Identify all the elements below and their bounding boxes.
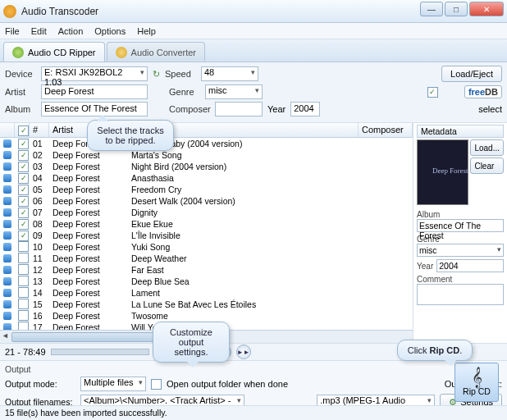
- callout-select-tracks: Select the tracks to be ripped.: [87, 120, 174, 151]
- track-header: ✓ # Artist Title Composer: [0, 123, 413, 138]
- output-header: Output: [5, 364, 502, 374]
- status-bar: 15 file(s) have been imported successful…: [0, 405, 507, 420]
- track-artist: Deep Forest: [49, 242, 128, 252]
- track-artist: Deep Forest: [49, 276, 128, 286]
- track-checkbox[interactable]: [18, 264, 29, 275]
- track-artist: Deep Forest: [49, 162, 128, 171]
- open-folder-checkbox[interactable]: [151, 379, 162, 390]
- track-title: La Lune Se Bat Avec Les Étoiles: [128, 299, 359, 309]
- track-checkbox[interactable]: [18, 322, 29, 331]
- meta-year-field[interactable]: 2004: [436, 259, 504, 272]
- table-row[interactable]: ✓04Deep ForestAnasthasia: [0, 172, 413, 184]
- track-title: Anasthasia: [128, 173, 359, 183]
- genre-select[interactable]: misc: [205, 84, 263, 99]
- load-cover-button[interactable]: Load...: [470, 139, 504, 156]
- track-list: ✓ # Artist Title Composer ✓01Deep Forest…: [0, 123, 413, 343]
- track-checkbox[interactable]: [18, 287, 29, 298]
- track-number: 03: [30, 162, 49, 171]
- menu-edit[interactable]: Edit: [31, 26, 47, 36]
- menu-file[interactable]: File: [5, 26, 20, 36]
- track-number: 12: [30, 265, 49, 275]
- track-title: Night Bird (2004 version): [128, 162, 359, 171]
- refresh-icon[interactable]: [153, 69, 160, 80]
- output-mode-select[interactable]: Multiple files: [80, 377, 146, 391]
- note-icon: [3, 312, 11, 320]
- track-title: Dignity: [128, 208, 359, 217]
- track-checkbox[interactable]: [18, 276, 29, 286]
- track-checkbox[interactable]: ✓: [18, 173, 29, 184]
- freedb-button[interactable]: freeDB: [464, 85, 502, 98]
- track-checkbox[interactable]: ✓: [18, 139, 29, 149]
- track-checkbox[interactable]: [18, 253, 29, 263]
- clear-cover-button[interactable]: Clear: [470, 158, 504, 174]
- track-title: Deep Weather: [128, 253, 359, 263]
- table-row[interactable]: ✓09Deep ForestL'Île Invisible: [0, 230, 413, 241]
- composer-field[interactable]: [215, 102, 263, 116]
- meta-comment-field[interactable]: [417, 284, 504, 305]
- meta-genre-select[interactable]: misc: [417, 244, 504, 257]
- progress-bar[interactable]: [51, 349, 149, 355]
- track-artist: Deep Forest: [49, 231, 128, 240]
- year-field[interactable]: 2004: [290, 102, 320, 116]
- table-row[interactable]: 13Deep ForestDeep Blue Sea: [0, 276, 413, 287]
- track-checkbox[interactable]: ✓: [18, 231, 29, 241]
- track-checkbox[interactable]: ✓: [18, 219, 29, 230]
- table-row[interactable]: ✓03Deep ForestNight Bird (2004 version): [0, 161, 413, 172]
- select-all-checkbox[interactable]: ✓: [18, 126, 29, 136]
- table-row[interactable]: 16Deep ForestTwosome: [0, 310, 413, 322]
- table-row[interactable]: ✓02Deep ForestMarta's Song: [0, 149, 413, 161]
- track-checkbox[interactable]: ✓: [18, 196, 29, 207]
- maximize-button[interactable]: □: [445, 2, 468, 16]
- track-number: 02: [30, 150, 49, 160]
- tab-audio-converter[interactable]: Audio Converter: [107, 42, 206, 62]
- table-row[interactable]: ✓07Deep ForestDignity: [0, 207, 413, 218]
- device-select[interactable]: E: RSXI JK92BOL2 1.03: [41, 66, 148, 81]
- table-row[interactable]: ✓06Deep ForestDesert Walk (2004 version): [0, 195, 413, 207]
- select-checkbox[interactable]: ✓: [427, 87, 438, 98]
- tab-cd-ripper[interactable]: Audio CD Ripper: [3, 42, 105, 62]
- table-row[interactable]: 12Deep ForestFar East: [0, 264, 413, 276]
- table-row[interactable]: 10Deep ForestYuki Song: [0, 241, 413, 253]
- rip-cd-label: Rip CD: [463, 386, 491, 396]
- table-row[interactable]: ✓05Deep ForestFreedom Cry: [0, 184, 413, 195]
- meta-album-field[interactable]: Essence Of The Forest: [417, 219, 504, 232]
- track-number: 05: [30, 185, 49, 194]
- rip-cd-button[interactable]: 𝄞 Rip CD: [454, 363, 499, 402]
- track-checkbox[interactable]: ✓: [18, 208, 29, 218]
- col-composer[interactable]: Composer: [359, 123, 413, 137]
- table-row[interactable]: ✓08Deep ForestEkue Ekue: [0, 218, 413, 230]
- track-checkbox[interactable]: [18, 310, 29, 321]
- track-body[interactable]: ✓01Deep ForestSweet Lullaby (2004 versio…: [0, 138, 413, 330]
- close-button[interactable]: ✕: [469, 2, 504, 16]
- app-icon: [3, 5, 16, 18]
- table-row[interactable]: 15Deep ForestLa Lune Se Bat Avec Les Éto…: [0, 299, 413, 310]
- table-row[interactable]: 14Deep ForestLament: [0, 287, 413, 299]
- col-number[interactable]: #: [30, 123, 49, 137]
- menu-options[interactable]: Options: [94, 26, 126, 36]
- next-button[interactable]: ►►: [236, 345, 251, 359]
- track-artist: Deep Forest: [49, 311, 128, 321]
- title-bar: Audio Transcoder — □ ✕: [0, 0, 507, 23]
- table-row[interactable]: ✓01Deep ForestSweet Lullaby (2004 versio…: [0, 138, 413, 149]
- select-label: select: [478, 104, 502, 114]
- track-checkbox[interactable]: ✓: [18, 150, 29, 161]
- note-icon: [3, 231, 11, 240]
- album-field[interactable]: Essence Of The Forest: [41, 102, 148, 116]
- track-artist: Deep Forest: [49, 173, 128, 183]
- table-row[interactable]: 11Deep ForestDeep Weather: [0, 253, 413, 264]
- track-number: 09: [30, 231, 49, 240]
- track-checkbox[interactable]: [18, 299, 29, 309]
- output-mode-label: Output mode:: [5, 379, 75, 389]
- track-checkbox[interactable]: ✓: [18, 162, 29, 172]
- note-icon: [3, 162, 11, 171]
- speed-select[interactable]: 48: [201, 66, 258, 81]
- cd-icon: [12, 47, 24, 58]
- track-checkbox[interactable]: ✓: [18, 185, 29, 195]
- menu-help[interactable]: Help: [137, 26, 156, 36]
- menu-action[interactable]: Action: [58, 26, 84, 36]
- track-artist: Deep Forest: [49, 219, 128, 229]
- minimize-button[interactable]: —: [420, 2, 443, 16]
- track-number: 14: [30, 288, 49, 298]
- track-checkbox[interactable]: [18, 241, 29, 252]
- load-eject-button[interactable]: Load/Eject: [441, 66, 502, 82]
